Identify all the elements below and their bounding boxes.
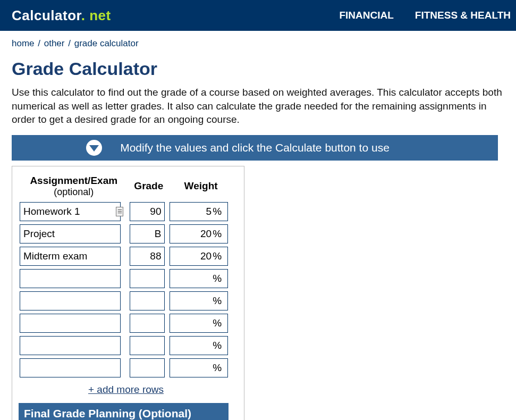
table-row: % xyxy=(20,269,232,288)
percent-symbol: % xyxy=(213,250,225,262)
grade-input[interactable] xyxy=(130,202,165,221)
assignment-name-input[interactable] xyxy=(20,291,121,310)
contact-card-icon[interactable]: ☰ xyxy=(116,207,123,216)
assignment-name-input[interactable] xyxy=(20,224,121,243)
weight-input[interactable] xyxy=(170,206,213,217)
grade-input[interactable] xyxy=(130,224,165,243)
assignment-name-input[interactable] xyxy=(20,314,121,333)
assignment-name-input[interactable] xyxy=(20,202,121,221)
nav-fitness-health[interactable]: FITNESS & HEALTH xyxy=(415,10,511,21)
instruction-bar: Modify the values and click the Calculat… xyxy=(12,135,498,161)
weight-input[interactable] xyxy=(170,362,213,374)
final-grade-planning-header: Final Grade Planning (Optional) xyxy=(19,403,229,420)
grade-input[interactable] xyxy=(130,291,165,310)
percent-symbol: % xyxy=(213,206,225,217)
page-title: Grade Calculator xyxy=(12,58,504,79)
site-logo[interactable]: Calculator. net xyxy=(12,7,111,24)
nav-financial[interactable]: FINANCIAL xyxy=(339,10,393,21)
weight-input[interactable] xyxy=(170,273,213,284)
logo-main: Calculator xyxy=(12,7,81,23)
table-row: % xyxy=(20,336,232,355)
weight-input[interactable] xyxy=(170,340,213,351)
weight-input[interactable] xyxy=(170,228,213,240)
breadcrumb-current[interactable]: grade calculator xyxy=(74,38,139,48)
site-header: Calculator. net FINANCIAL FITNESS & HEAL… xyxy=(0,0,516,31)
weight-input[interactable] xyxy=(170,250,213,262)
breadcrumb-sep: / xyxy=(37,38,41,48)
assignment-name-input[interactable] xyxy=(20,269,121,288)
col-header-assignment: Assignment/Exam (optional) xyxy=(20,175,128,199)
grade-input[interactable] xyxy=(130,336,165,355)
add-more-rows-link[interactable]: + add more rows xyxy=(88,384,164,395)
table-row: ☰% xyxy=(20,202,232,221)
grade-input[interactable] xyxy=(130,314,165,333)
assignment-name-input[interactable] xyxy=(20,336,121,355)
assignment-name-input[interactable] xyxy=(20,358,121,377)
intro-text: Use this calculator to find out the grad… xyxy=(12,86,504,127)
breadcrumb: home / other / grade calculator xyxy=(12,36,504,53)
percent-symbol: % xyxy=(213,362,225,374)
percent-symbol: % xyxy=(213,317,225,329)
grade-input[interactable] xyxy=(130,247,165,266)
main-nav: FINANCIAL FITNESS & HEALTH xyxy=(339,10,511,21)
chevron-down-icon[interactable] xyxy=(86,140,102,156)
percent-symbol: % xyxy=(213,295,225,307)
percent-symbol: % xyxy=(213,340,225,351)
table-row: % xyxy=(20,291,232,310)
col-header-grade: Grade xyxy=(130,175,167,199)
calculator-panel: Assignment/Exam (optional) Grade Weight … xyxy=(12,166,244,420)
table-row: % xyxy=(20,314,232,333)
assignment-name-input[interactable] xyxy=(20,247,121,266)
grade-table: Assignment/Exam (optional) Grade Weight … xyxy=(18,172,234,381)
logo-net: net xyxy=(85,7,111,23)
weight-input[interactable] xyxy=(170,317,213,329)
grade-input[interactable] xyxy=(130,269,165,288)
percent-symbol: % xyxy=(213,228,225,240)
breadcrumb-home[interactable]: home xyxy=(12,38,35,48)
breadcrumb-other[interactable]: other xyxy=(44,38,65,48)
col-header-weight: Weight xyxy=(170,175,232,199)
table-row: % xyxy=(20,224,232,243)
weight-input[interactable] xyxy=(170,295,213,307)
grade-input[interactable] xyxy=(130,358,165,377)
table-row: % xyxy=(20,358,232,377)
instruction-text: Modify the values and click the Calculat… xyxy=(120,141,390,154)
table-row: % xyxy=(20,247,232,266)
percent-symbol: % xyxy=(213,273,225,284)
breadcrumb-sep: / xyxy=(67,38,72,48)
